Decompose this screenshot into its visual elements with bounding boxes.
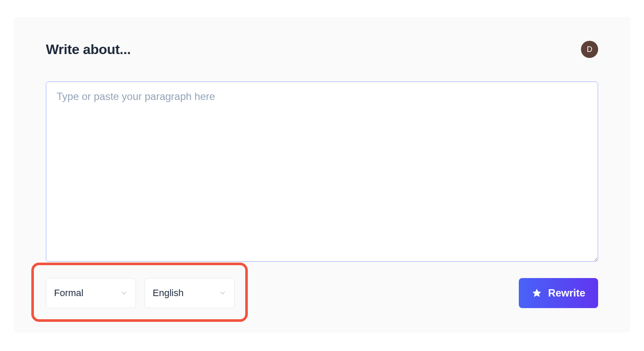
language-select[interactable]: English <box>144 278 235 308</box>
rewrite-button-label: Rewrite <box>548 287 585 299</box>
main-panel: Write about... D Formal English <box>14 17 630 333</box>
header-row: Write about... D <box>46 41 598 58</box>
star-icon <box>532 288 542 298</box>
chevron-down-icon <box>120 289 128 297</box>
chevron-down-icon <box>219 289 226 297</box>
paragraph-input[interactable] <box>46 82 598 262</box>
svg-marker-0 <box>533 289 541 297</box>
dropdown-group: Formal English <box>46 278 235 308</box>
textarea-wrap <box>46 82 598 263</box>
tone-select-value: Formal <box>54 287 83 299</box>
avatar-initial: D <box>587 45 593 54</box>
page-title: Write about... <box>46 42 131 57</box>
controls-row: Formal English Rewrite <box>46 278 598 308</box>
language-select-value: English <box>153 287 184 299</box>
rewrite-button[interactable]: Rewrite <box>519 278 598 308</box>
avatar[interactable]: D <box>581 41 598 58</box>
tone-select[interactable]: Formal <box>46 278 136 308</box>
